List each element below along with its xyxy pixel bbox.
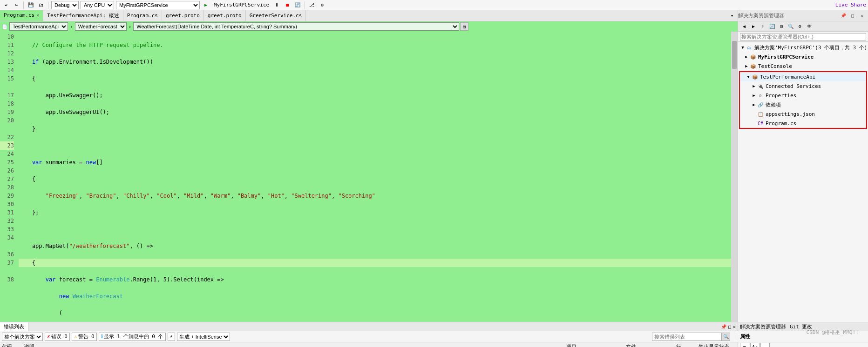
tab-greet1[interactable]: greet.proto (162, 10, 204, 21)
warning-icon: ⚠ (74, 334, 77, 340)
breadcrumb-middle[interactable]: WeatherForecast (75, 22, 127, 31)
se-close-btn[interactable]: ✕ (858, 12, 866, 20)
col-suppress-header: 禁止显示状态 (698, 343, 736, 347)
breadcrumb-sep1: › (70, 24, 73, 30)
se-item-testconsole[interactable]: ▶ 📦 TestConsole (738, 61, 868, 71)
tab-greeter[interactable]: GreeterService.cs (246, 10, 306, 21)
se-item-testperf[interactable]: ▼ 📦 TestPerformanceApi (740, 72, 866, 81)
project-label: MyFirstGRPCService (758, 54, 814, 60)
code-content[interactable]: // Configure the HTTP request pipeline. … (17, 32, 738, 322)
col-file-header: 文件 (626, 343, 672, 347)
breadcrumb-row: 📄 TestPerformanceApi › WeatherForecast ›… (0, 21, 868, 32)
git-btn[interactable]: ⎇ (308, 1, 316, 9)
tab-close[interactable]: ✕ (36, 13, 39, 18)
breadcrumb-left[interactable]: TestPerformanceApi (9, 22, 68, 31)
highlighted-project-box: ▼ 📦 TestPerformanceApi ▶ 🔌 Connected Ser… (739, 71, 867, 129)
error-count-label: 错误 0 (51, 333, 68, 340)
error-messages-btn[interactable]: ℹ 显示 1 个消息中的 0 个 (99, 333, 166, 341)
se-back-btn[interactable]: ◀ (740, 22, 748, 31)
se-item-appsettings[interactable]: ▶ 📋 appsettings.json (740, 109, 866, 119)
error-search-container: 🔍 (652, 333, 730, 341)
se-header-label: 解决方案资源管理器 (738, 12, 784, 19)
messages-count-label: 显示 1 个消息中的 0 个 (104, 333, 163, 340)
error-toolbar: 整个解决方案 ✗ 错误 0 ⚠ 警告 0 ℹ 显示 1 个消息中的 0 个 ⚡ … (0, 331, 868, 342)
build-select[interactable]: 生成 + IntelliSense (177, 333, 230, 341)
error-warnings-btn[interactable]: ⚠ 警告 0 (72, 333, 97, 341)
line-numbers: 10 11 12 13 14 15 17 18 19 20 22 23 24 2… (0, 32, 17, 322)
se-item-programcs[interactable]: ▶ C# Program.cs (740, 119, 866, 128)
props-alpha-btn[interactable]: A↓ (750, 343, 760, 347)
live-share-btn[interactable]: Live Share (835, 2, 866, 8)
se-tab-label: 解决方案资源管理器 📌 □ ✕ (738, 10, 868, 21)
props-cat-btn[interactable]: ⊞ (740, 343, 749, 347)
error-icon: ✗ (47, 334, 50, 340)
code-editor[interactable]: 10 11 12 13 14 15 17 18 19 20 22 23 24 2… (0, 32, 738, 322)
redo-btn[interactable]: ↪ (12, 1, 20, 9)
se-fwd-btn[interactable]: ▶ (749, 22, 758, 31)
config-select[interactable]: Debug (51, 1, 79, 9)
se-item-mygrpc[interactable]: ▶ 📦 MyFirstGRPCService (738, 52, 868, 61)
editor-vscrollbar[interactable] (731, 32, 738, 322)
main-toolbar: ↩ ↪ 💾 🗂 Debug Any CPU MyFirstGRPCService… (0, 0, 868, 10)
testperf-label: TestPerformanceApi (760, 74, 815, 80)
error-errors-btn[interactable]: ✗ 错误 0 (45, 333, 70, 341)
bottom-tab-errors[interactable]: 错误列表 (0, 322, 28, 331)
save-all-btn[interactable]: 🗂 (37, 1, 45, 9)
se-filter-btn[interactable]: 🔍 (787, 22, 795, 31)
se-item-properties[interactable]: ▶ ⚙ Properties (740, 91, 866, 100)
run-btn[interactable]: ▶ (202, 1, 210, 9)
properties-label: 属性 (740, 334, 750, 340)
tab-menu-btn[interactable]: ▾ (726, 10, 738, 21)
solution-icon: 🗂 (746, 44, 753, 51)
expand-icon: ▼ (746, 74, 751, 79)
stop-btn[interactable]: ■ (283, 1, 292, 9)
error-scope-select[interactable]: 整个解决方案 (2, 333, 43, 341)
right-bottom-se-tab[interactable]: 解决方案资源管理器 (740, 323, 786, 330)
se-search-input[interactable] (740, 33, 866, 40)
undo-btn[interactable]: ↩ (2, 1, 10, 9)
expand-editor-btn[interactable]: ⊞ (460, 22, 468, 31)
se-preview-btn[interactable]: 👁 (805, 22, 814, 31)
props-toolbar: ⊞ A↓ ✏ (738, 342, 868, 347)
expand-icon: ▼ (740, 45, 746, 50)
settings-btn[interactable]: ⚙ (318, 1, 326, 9)
se-max-btn[interactable]: □ (848, 12, 857, 20)
build-btn[interactable]: ⚡ (168, 333, 176, 341)
tab-test-performance[interactable]: TestPerformanceApi: 概述 (43, 10, 123, 21)
breadcrumb-right[interactable]: WeatherForecast(DateTime Date, int Tempe… (133, 22, 459, 31)
tab-label: TestPerformanceApi: 概述 (47, 12, 119, 19)
search-btn[interactable]: 🔍 (722, 333, 730, 341)
sep1 (23, 1, 24, 9)
bottom-close-btn[interactable]: ✕ (733, 324, 736, 329)
se-item-connected[interactable]: ▶ 🔌 Connected Services (740, 81, 866, 91)
error-search-input[interactable] (652, 333, 722, 341)
restart-btn[interactable]: 🔄 (293, 1, 302, 9)
se-tree: ▼ 🗂 解决方案'MyFirstGRPC'(3 个项目，共 3 个) ▶ 📦 M… (738, 42, 868, 130)
se-refresh-btn[interactable]: 🔄 (768, 22, 776, 31)
warning-count-label: 警告 0 (78, 333, 95, 340)
pause-btn[interactable]: ⏸ (273, 1, 281, 9)
tab-program-cs[interactable]: Program.cs ✕ (0, 10, 43, 21)
bottom-pin-btn[interactable]: 📌 (721, 324, 726, 329)
csdn-watermark: CSDN @格格巫_MMQ!! (807, 329, 859, 336)
tab-greet2[interactable]: greet.proto (204, 10, 246, 21)
bottom-tab-row: 错误列表 📌 □ ✕ 解决方案资源管理器 Git 更改 (0, 322, 868, 331)
col-line-header: 行 (676, 343, 695, 347)
save-btn[interactable]: 💾 (27, 1, 35, 9)
platform-select[interactable]: Any CPU (81, 1, 114, 9)
se-item-deps[interactable]: ▶ 🔗 依赖项 (740, 100, 866, 109)
cs-icon: C# (757, 120, 764, 127)
bottom-max-btn[interactable]: □ (728, 324, 731, 329)
main-area: 10 11 12 13 14 15 17 18 19 20 22 23 24 2… (0, 32, 868, 322)
expand-icon: ▶ (744, 64, 749, 68)
se-collapse-btn[interactable]: ⊟ (777, 22, 786, 31)
props-edit-btn[interactable]: ✏ (760, 343, 770, 347)
project-icon2: 📦 (749, 62, 757, 70)
se-pin-btn[interactable]: 📌 (839, 12, 848, 20)
startup-select[interactable]: MyFirstGRPCService (116, 1, 200, 9)
se-item-solution[interactable]: ▼ 🗂 解决方案'MyFirstGRPC'(3 个项目，共 3 个) (738, 43, 868, 52)
se-up-btn[interactable]: ↑ (759, 22, 767, 31)
tab-program2[interactable]: Program.cs (123, 10, 162, 21)
se-props-btn[interactable]: ⚙ (796, 22, 804, 31)
breadcrumb-sep2: › (129, 24, 132, 30)
